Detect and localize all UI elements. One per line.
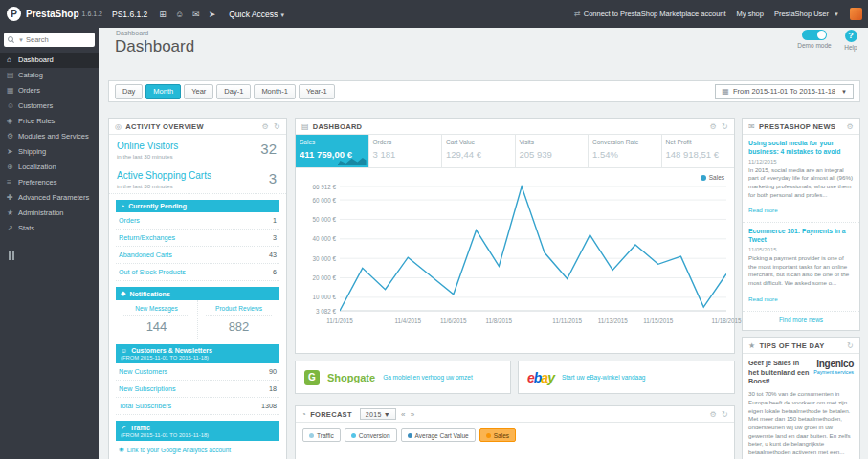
legend-sales-button[interactable]: Sales: [479, 428, 516, 442]
product-reviews-stat[interactable]: Product Reviews 882: [198, 300, 279, 339]
pending-row-orders[interactable]: Orders1: [116, 212, 279, 230]
kpi-sales[interactable]: Sales 411 759,00 €: [296, 135, 369, 167]
pending-row-abandoned-carts[interactable]: Abandoned Carts43: [116, 247, 279, 264]
read-more-link[interactable]: Read more: [748, 295, 778, 302]
customers-row-new-subscriptions[interactable]: New Subscriptions18: [116, 381, 279, 398]
filter-month-1-button[interactable]: Month-1: [254, 84, 296, 99]
sidebar-item-modules[interactable]: ⚙Modules and Services: [0, 129, 99, 144]
legend-conversion-button[interactable]: Conversion: [345, 428, 397, 442]
sidebar-item-shipping[interactable]: ➤Shipping: [0, 144, 99, 160]
filter-month-button[interactable]: Month: [145, 84, 181, 99]
legend-traffic-button[interactable]: Traffic: [302, 428, 341, 442]
refresh-icon[interactable]: ↻: [722, 410, 728, 419]
sidebar-search[interactable]: ▼: [4, 33, 95, 47]
user-avatar[interactable]: [850, 8, 862, 20]
gear-icon[interactable]: ⚙: [847, 122, 854, 131]
date-range-picker[interactable]: ▦ From 2015-11-01 To 2015-11-18 ▼: [715, 84, 854, 99]
news-article-date: 11/05/2015: [748, 247, 854, 252]
shopgate-logo-icon: G: [304, 370, 320, 385]
filter-day-button[interactable]: Day: [115, 84, 143, 99]
top-bar: P PrestaShop 1.6.1.2 PS1.6.1.2 ⊞ ☺ ✉ ➤ Q…: [0, 0, 868, 28]
messages-notifications-icon[interactable]: ✉: [192, 10, 200, 19]
legend-average-cart-value-button[interactable]: Average Cart Value: [401, 428, 476, 442]
find-more-news-link[interactable]: Find more news: [743, 312, 859, 328]
read-more-link[interactable]: Read more: [748, 207, 778, 213]
dashboard-icon: ▤: [301, 122, 309, 131]
customers-row-new-customers[interactable]: New Customers90: [116, 363, 279, 381]
y-axis-tick-label: 50 000 €: [298, 216, 336, 223]
news-article-title[interactable]: Using social media for your business: 4 …: [748, 140, 854, 157]
shipping-icon: ➤: [7, 144, 18, 160]
my-shop-link[interactable]: My shop: [737, 10, 764, 18]
active-carts-value: 3: [269, 170, 277, 186]
y-axis-tick-label: 30 000 €: [298, 255, 336, 262]
sidebar-item-catalog[interactable]: ▤Catalog: [0, 68, 99, 83]
kpi-orders[interactable]: Orders 3 181: [369, 135, 443, 167]
panel-title: TIPS OF THE DAY: [759, 341, 824, 350]
sidebar-item-dashboard[interactable]: ⌂Dashboard: [0, 53, 99, 68]
sidebar-item-orders[interactable]: ▦Orders: [0, 83, 99, 98]
shop-name-link[interactable]: PS1.6.1.2: [112, 10, 147, 19]
news-article: Ecommerce 101: Payments in a Tweet 11/05…: [743, 223, 859, 311]
ebay-link[interactable]: Start uw eBay-winkel vandaag: [562, 374, 645, 381]
help-icon[interactable]: ?: [845, 30, 857, 42]
refresh-icon[interactable]: ↻: [847, 341, 854, 350]
demo-mode-label: Demo mode: [791, 42, 837, 49]
news-article: Using social media for your business: 4 …: [743, 135, 859, 223]
search-icon: [8, 36, 14, 43]
activity-icon: ◎: [115, 122, 122, 131]
gear-icon[interactable]: ⚙: [710, 122, 717, 131]
x-axis-tick-label: 11/11/2015: [546, 317, 589, 324]
forecast-year-select[interactable]: 2015 ▼: [360, 408, 396, 420]
new-messages-stat[interactable]: New Messages 144: [116, 300, 198, 339]
filter-day-1-button[interactable]: Day-1: [216, 84, 251, 99]
kpi-visits[interactable]: Visits 205 939: [516, 135, 590, 167]
kpi-cart-value[interactable]: Cart Value 129,44 €: [442, 135, 516, 167]
customers-row-total-subscribers[interactable]: Total Subscribers1308: [116, 398, 279, 415]
bell-icon: ◆: [121, 290, 125, 297]
search-input[interactable]: [26, 35, 91, 44]
sidebar-item-stats[interactable]: ↗Stats: [0, 221, 99, 236]
news-article-excerpt: Picking a payment provider is one of the…: [748, 254, 854, 288]
cart-notifications-icon[interactable]: ⊞: [159, 10, 167, 19]
conversion-dot-icon: [351, 433, 356, 438]
refresh-icon[interactable]: ↻: [722, 122, 728, 131]
pending-row-returns[interactable]: Return/Exchanges3: [116, 230, 279, 247]
rocket-icon[interactable]: ➤: [209, 10, 216, 19]
customers-notifications-icon[interactable]: ☺: [175, 10, 184, 19]
pending-row-out-of-stock[interactable]: Out of Stock Products6: [116, 264, 279, 281]
panel-title: FORECAST: [310, 410, 352, 419]
sidebar-item-administration[interactable]: ★Administration: [0, 206, 99, 221]
sidebar-item-price-rules[interactable]: ◈Price Rules: [0, 114, 99, 129]
filter-year-button[interactable]: Year: [184, 84, 213, 99]
shopgate-name: Shopgate: [327, 372, 375, 383]
demo-mode-toggle[interactable]: [802, 30, 827, 40]
sidebar-item-preferences[interactable]: ≡Preferences: [0, 175, 99, 190]
sidebar-collapse-handle[interactable]: [9, 251, 99, 260]
chart-legend[interactable]: Sales: [701, 174, 724, 181]
user-menu[interactable]: PrestaShop User▼: [774, 10, 839, 18]
sidebar-item-advanced-parameters[interactable]: ✚Advanced Parameters: [0, 190, 99, 206]
next-year-button[interactable]: »: [411, 410, 415, 419]
filter-year-1-button[interactable]: Year-1: [299, 84, 335, 99]
x-axis-tick-label: 11/15/2015: [637, 317, 679, 324]
price-rules-icon: ◈: [7, 114, 18, 129]
gear-icon[interactable]: ⚙: [262, 122, 269, 131]
panel-title: ACTIVITY OVERVIEW: [125, 122, 204, 131]
google-analytics-link[interactable]: ◉Link to your Google Analytics account: [109, 441, 286, 458]
refresh-icon[interactable]: ↻: [274, 122, 280, 131]
dashboard-panel: ▤DASHBOARD ⚙↻ Sales 411 759,00 € Orders …: [295, 118, 735, 354]
previous-year-button[interactable]: «: [401, 410, 406, 419]
clock-icon: ◔: [121, 203, 124, 209]
news-article-title[interactable]: Ecommerce 101: Payments in a Tweet: [748, 228, 854, 245]
kpi-conversion-rate[interactable]: Conversion Rate 1.54%: [589, 135, 662, 167]
gear-icon[interactable]: ⚙: [710, 410, 717, 419]
sidebar-item-customers[interactable]: ☺Customers: [0, 98, 99, 114]
kpi-net-profit[interactable]: Net Profit 148 918,51 €: [662, 135, 735, 167]
sales-line-chart: [340, 184, 726, 312]
marketplace-connect-link[interactable]: ⇄Connect to PrestaShop Marketplace accou…: [574, 10, 726, 18]
online-visitors-stat: Online Visitors 32 in the last 30 minute…: [109, 135, 286, 164]
sidebar-item-localization[interactable]: ⊕Localization: [0, 160, 99, 175]
quick-access-menu[interactable]: Quick Access▼: [229, 10, 285, 19]
shopgate-link[interactable]: Ga mobiel en verhoog uw omzet: [383, 374, 473, 381]
